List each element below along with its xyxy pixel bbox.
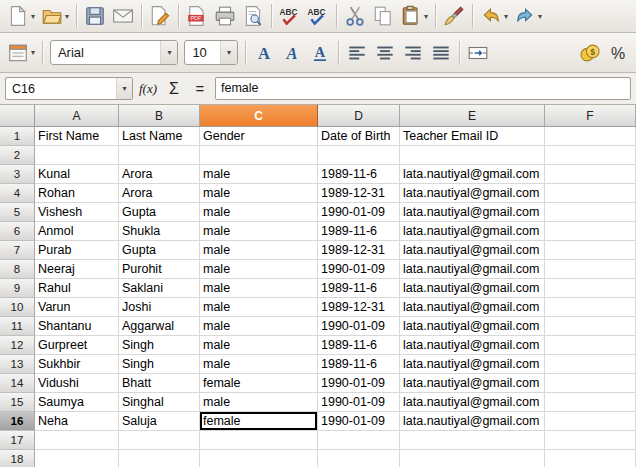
row-header-12[interactable]: 12 — [0, 336, 35, 355]
cell-F2[interactable] — [545, 146, 636, 165]
cell-B4[interactable]: Arora — [119, 184, 200, 203]
cell-D7[interactable]: 1989-12-31 — [318, 241, 400, 260]
cell-D9[interactable]: 1989-11-6 — [318, 279, 400, 298]
underline-button[interactable]: A — [306, 39, 334, 67]
cell-C12[interactable]: male — [200, 336, 318, 355]
cell-C1[interactable]: Gender — [200, 127, 318, 146]
row-header-14[interactable]: 14 — [0, 374, 35, 393]
cell-D6[interactable]: 1989-11-6 — [318, 222, 400, 241]
cell-E15[interactable]: lata.nautiyal@gmail.com — [400, 393, 545, 412]
cell-D14[interactable]: 1990-01-09 — [318, 374, 400, 393]
cell-B16[interactable]: Saluja — [119, 412, 200, 431]
cell-F10[interactable] — [545, 298, 636, 317]
row-header-17[interactable]: 17 — [0, 431, 35, 450]
dropdown-arrow-icon[interactable]: ▾ — [538, 12, 542, 21]
cell-C5[interactable]: male — [200, 203, 318, 222]
row-header-13[interactable]: 13 — [0, 355, 35, 374]
clone-formatting-button[interactable] — [440, 2, 468, 30]
cell-D17[interactable] — [318, 431, 400, 450]
cell-F6[interactable] — [545, 222, 636, 241]
cell-B18[interactable] — [119, 450, 200, 467]
function-wizard-button[interactable]: f(x) — [137, 77, 159, 100]
cell-D11[interactable]: 1990-01-09 — [318, 317, 400, 336]
row-header-3[interactable]: 3 — [0, 165, 35, 184]
page-preview-button[interactable] — [239, 2, 267, 30]
cell-E8[interactable]: lata.nautiyal@gmail.com — [400, 260, 545, 279]
cell-B1[interactable]: Last Name — [119, 127, 200, 146]
cell-C8[interactable]: male — [200, 260, 318, 279]
cell-A12[interactable]: Gurpreet — [35, 336, 119, 355]
dropdown-arrow-icon[interactable]: ▾ — [424, 12, 428, 21]
cell-C3[interactable]: male — [200, 165, 318, 184]
print-button[interactable] — [211, 2, 239, 30]
cell-C9[interactable]: male — [200, 279, 318, 298]
cut-button[interactable] — [341, 2, 369, 30]
cell-F7[interactable] — [545, 241, 636, 260]
row-header-2[interactable]: 2 — [0, 146, 35, 165]
auto-spellcheck-button[interactable]: ABC — [304, 2, 332, 30]
cell-C18[interactable] — [200, 450, 318, 467]
dropdown-arrow-icon[interactable]: ▾ — [504, 12, 508, 21]
cell-D1[interactable]: Date of Birth — [318, 127, 400, 146]
dropdown-arrow-icon[interactable]: ▾ — [31, 12, 35, 21]
cell-A4[interactable]: Rohan — [35, 184, 119, 203]
cell-D18[interactable] — [318, 450, 400, 467]
cell-A8[interactable]: Neeraj — [35, 260, 119, 279]
row-header-9[interactable]: 9 — [0, 279, 35, 298]
row-header-7[interactable]: 7 — [0, 241, 35, 260]
cell-F3[interactable] — [545, 165, 636, 184]
cell-C14[interactable]: female — [200, 374, 318, 393]
row-header-15[interactable]: 15 — [0, 393, 35, 412]
cell-E7[interactable]: lata.nautiyal@gmail.com — [400, 241, 545, 260]
column-header-F[interactable]: F — [545, 105, 636, 127]
cell-F12[interactable] — [545, 336, 636, 355]
cell-E11[interactable]: lata.nautiyal@gmail.com — [400, 317, 545, 336]
cell-D15[interactable]: 1990-01-09 — [318, 393, 400, 412]
column-header-B[interactable]: B — [119, 105, 200, 127]
row-header-8[interactable]: 8 — [0, 260, 35, 279]
cell-D5[interactable]: 1990-01-09 — [318, 203, 400, 222]
cell-B13[interactable]: Singh — [119, 355, 200, 374]
cell-A14[interactable]: Vidushi — [35, 374, 119, 393]
cell-B11[interactable]: Aggarwal — [119, 317, 200, 336]
cell-B3[interactable]: Arora — [119, 165, 200, 184]
merge-cells-button[interactable] — [464, 39, 492, 67]
column-header-A[interactable]: A — [35, 105, 119, 127]
cell-E13[interactable]: lata.nautiyal@gmail.com — [400, 355, 545, 374]
cell-D12[interactable]: 1989-11-6 — [318, 336, 400, 355]
cell-C7[interactable]: male — [200, 241, 318, 260]
sum-button[interactable]: Σ — [163, 77, 185, 100]
cell-E2[interactable] — [400, 146, 545, 165]
cell-D2[interactable] — [318, 146, 400, 165]
cell-D4[interactable]: 1989-12-31 — [318, 184, 400, 203]
cell-A3[interactable]: Kunal — [35, 165, 119, 184]
row-header-11[interactable]: 11 — [0, 317, 35, 336]
cell-F15[interactable] — [545, 393, 636, 412]
cell-F13[interactable] — [545, 355, 636, 374]
open-button[interactable]: ▾ — [38, 2, 72, 30]
chevron-down-icon[interactable]: ▾ — [116, 78, 132, 99]
row-header-1[interactable]: 1 — [0, 127, 35, 146]
cell-B17[interactable] — [119, 431, 200, 450]
cell-A15[interactable]: Saumya — [35, 393, 119, 412]
paste-button[interactable]: ▾ — [397, 2, 431, 30]
align-left-button[interactable] — [343, 39, 371, 67]
redo-button[interactable]: ▾ — [511, 2, 545, 30]
cell-A2[interactable] — [35, 146, 119, 165]
spelling-button[interactable]: ABC — [276, 2, 304, 30]
cell-B9[interactable]: Saklani — [119, 279, 200, 298]
cell-E18[interactable] — [400, 450, 545, 467]
cell-C6[interactable]: male — [200, 222, 318, 241]
cell-F4[interactable] — [545, 184, 636, 203]
cell-A7[interactable]: Purab — [35, 241, 119, 260]
cell-A16[interactable]: Neha — [35, 412, 119, 431]
chevron-down-icon[interactable]: ▾ — [160, 41, 177, 64]
cell-A6[interactable]: Anmol — [35, 222, 119, 241]
cell-F11[interactable] — [545, 317, 636, 336]
dropdown-arrow-icon[interactable]: ▾ — [31, 48, 35, 57]
column-header-D[interactable]: D — [318, 105, 400, 127]
cell-C4[interactable]: male — [200, 184, 318, 203]
cell-E9[interactable]: lata.nautiyal@gmail.com — [400, 279, 545, 298]
save-button[interactable] — [81, 2, 109, 30]
cell-E12[interactable]: lata.nautiyal@gmail.com — [400, 336, 545, 355]
